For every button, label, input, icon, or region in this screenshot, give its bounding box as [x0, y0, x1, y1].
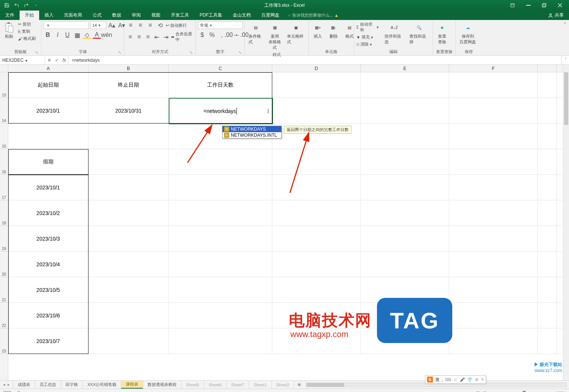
cell[interactable]: 2023/10/7 — [8, 328, 88, 354]
fill-button[interactable]: ▼填充▾ — [356, 34, 381, 40]
tab-wps[interactable]: 金山文档 — [227, 11, 256, 20]
percent-icon[interactable]: % — [208, 31, 216, 39]
col-header-E[interactable]: E — [361, 65, 449, 72]
share-button[interactable]: 共享 — [543, 11, 569, 20]
tab-home[interactable]: 开始 — [20, 11, 39, 20]
page-break-view-icon[interactable]: ▭ — [490, 390, 493, 392]
ime-icon[interactable]: 👕 — [467, 377, 473, 382]
tab-developer[interactable]: 开发工具 — [166, 11, 194, 20]
cell[interactable] — [361, 200, 449, 226]
cell[interactable]: 2023/10/2 — [8, 200, 88, 226]
cell[interactable] — [538, 72, 557, 98]
cell[interactable] — [538, 277, 557, 302]
scrollbar-thumb[interactable] — [307, 383, 344, 387]
cell[interactable]: 2023/10/4 — [8, 252, 88, 277]
cell[interactable]: 2023/10/1 — [8, 98, 88, 123]
cell[interactable] — [361, 124, 449, 149]
cell[interactable] — [169, 252, 272, 277]
cell-grid[interactable]: 起始日期终止日期工作日天数 2023/10/12023/10/31 假期 202… — [8, 72, 563, 380]
format-as-table-button[interactable]: ▦套用 表格格式 — [266, 21, 283, 51]
slider-handle[interactable] — [523, 391, 526, 392]
cell[interactable] — [538, 252, 557, 277]
sheet-tab[interactable]: 员工信息 — [35, 381, 61, 389]
cell[interactable] — [449, 175, 538, 200]
cell[interactable] — [88, 252, 169, 277]
cell[interactable] — [272, 226, 361, 251]
cell[interactable] — [169, 175, 272, 200]
sheet-tab[interactable]: 成绩表 — [13, 381, 35, 389]
cell[interactable] — [88, 175, 169, 200]
ime-icon[interactable]: 🎤 — [460, 377, 465, 382]
select-all-corner[interactable] — [0, 65, 8, 72]
minimize-button[interactable] — [521, 1, 536, 10]
sheet-tab[interactable]: 田字格 — [61, 381, 83, 389]
chevron-left-icon[interactable]: ◂ — [3, 382, 5, 387]
sheet-tab[interactable]: Sheet6 — [204, 381, 227, 389]
cell[interactable] — [449, 303, 538, 328]
align-center-icon[interactable]: ≡ — [136, 33, 143, 41]
cell[interactable] — [449, 252, 538, 277]
align-right-icon[interactable]: ≡ — [144, 33, 152, 41]
expand-formula-bar-icon[interactable]: ˅ — [561, 56, 569, 64]
suggest-item[interactable]: fxNETWORKDAYS — [223, 126, 281, 132]
enter-formula-icon[interactable]: ✓ — [55, 58, 59, 63]
invoice-check-button[interactable]: ■发票 查验 — [435, 21, 449, 46]
ribbon-display-icon[interactable] — [505, 1, 520, 10]
wrap-text-button[interactable]: ↩自动换行 — [166, 23, 187, 28]
cell[interactable] — [449, 124, 538, 149]
insert-cells-button[interactable]: ▦+插入 — [311, 21, 325, 40]
cancel-formula-icon[interactable]: ✕ — [47, 58, 51, 63]
scrollbar-thumb[interactable] — [564, 72, 568, 125]
undo-icon[interactable] — [14, 2, 20, 8]
phonetic-button[interactable]: wén — [102, 31, 111, 39]
dec-indent-icon[interactable]: ⇤ — [153, 33, 161, 41]
ime-icon[interactable]: ⌨ — [445, 377, 451, 382]
col-header-A[interactable]: A — [8, 65, 88, 72]
accessibility-status[interactable]: 🛈 — [17, 391, 21, 392]
font-color-button[interactable]: A — [93, 31, 101, 39]
cell[interactable] — [169, 200, 272, 226]
number-format-combo[interactable]: 常规▾ — [198, 21, 243, 29]
cell[interactable] — [272, 149, 361, 174]
sheet-tab[interactable]: Sheet2 — [272, 381, 294, 389]
fill-color-button[interactable]: ◇ — [83, 31, 91, 39]
suggest-item[interactable]: fxNETWORKDAYS.INTL — [223, 132, 281, 138]
tab-insert[interactable]: 插入 — [39, 11, 59, 20]
tab-file[interactable]: 文件 — [0, 11, 20, 20]
ime-icon[interactable]: ✎ — [481, 377, 484, 382]
tab-view[interactable]: 视图 — [146, 11, 166, 20]
cell[interactable] — [361, 226, 449, 251]
cell[interactable] — [88, 277, 169, 302]
page-layout-view-icon[interactable]: ▤ — [483, 390, 487, 392]
cell[interactable] — [538, 98, 557, 123]
cell[interactable] — [538, 226, 557, 251]
normal-view-icon[interactable]: ▦ — [476, 390, 480, 392]
cell[interactable] — [538, 200, 557, 226]
collapse-ribbon-icon[interactable]: ˄ — [561, 20, 569, 55]
row-header[interactable]: 23 — [0, 328, 8, 354]
align-top-icon[interactable]: ≡ — [127, 21, 135, 29]
cell-styles-button[interactable]: ▣单元格样式 — [285, 21, 306, 46]
cell[interactable] — [272, 200, 361, 226]
cell[interactable] — [361, 72, 449, 98]
row-header[interactable]: 16 — [0, 149, 8, 175]
tab-pdf[interactable]: PDF工具集 — [194, 11, 227, 20]
cell[interactable] — [361, 98, 449, 123]
delete-cells-button[interactable]: ▦-删除 — [327, 21, 340, 40]
sheet-tab[interactable]: 数据透视表教程 — [143, 381, 182, 389]
align-bottom-icon[interactable]: ≡ — [146, 21, 154, 29]
cell[interactable]: 2023/10/6 — [8, 303, 88, 328]
tab-formulas[interactable]: 公式 — [87, 11, 107, 20]
cell[interactable] — [88, 303, 169, 328]
orientation-icon[interactable]: ⟲ — [156, 21, 164, 29]
cell[interactable] — [449, 226, 538, 251]
cell[interactable] — [8, 124, 88, 149]
cell[interactable] — [169, 303, 272, 328]
cell[interactable] — [169, 226, 272, 251]
row-header[interactable]: 13 — [0, 72, 8, 98]
font-name-combo[interactable]: ▾ — [44, 21, 89, 29]
cell[interactable] — [88, 124, 169, 149]
cell[interactable]: 2023/10/31 — [88, 98, 169, 123]
chevron-right-icon[interactable]: ▸ — [8, 382, 10, 387]
font-size-combo[interactable]: 14▾ — [90, 21, 106, 29]
